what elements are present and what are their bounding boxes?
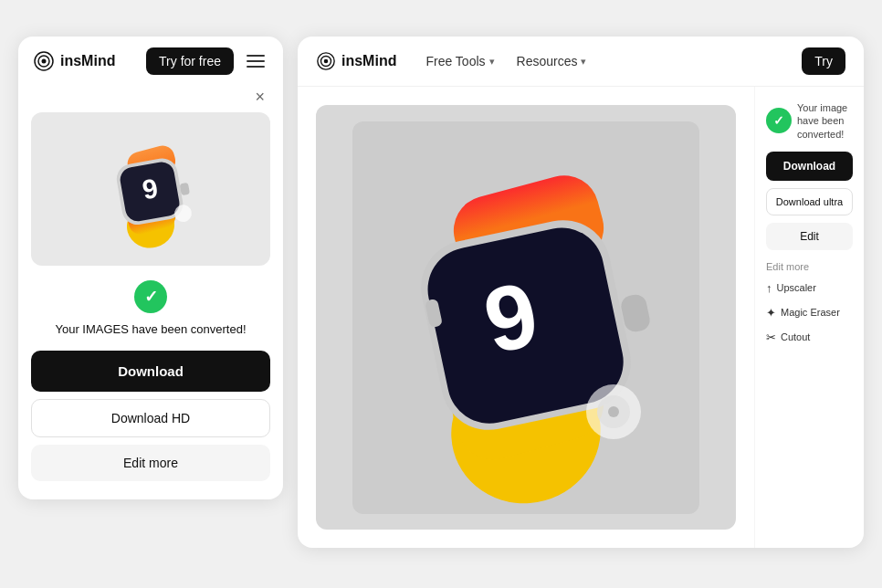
converted-text-right: Your image have been converted! xyxy=(797,101,853,141)
watch-image-small: 9 xyxy=(31,112,270,266)
checkmark-right: ✓ xyxy=(773,113,784,128)
edit-more-label-right: Edit more xyxy=(766,261,853,272)
watch-svg-small: 9 xyxy=(91,125,210,253)
tool-cutout[interactable]: ✂ Cutout xyxy=(766,329,853,346)
try-button-right[interactable]: Try xyxy=(802,47,845,75)
left-panel: insMind Try for free × xyxy=(18,37,283,499)
watch-svg-large: 9 xyxy=(352,121,699,514)
spiral-icon-right xyxy=(316,51,336,71)
right-sidebar: ✓ Your image have been converted! Downlo… xyxy=(754,87,864,548)
logo-text-left: insMind xyxy=(60,53,115,69)
logo-text-right: insMind xyxy=(341,53,396,69)
svg-point-26 xyxy=(608,406,619,417)
success-row-right: ✓ Your image have been converted! xyxy=(766,101,853,141)
left-header: insMind Try for free xyxy=(18,37,283,86)
nav-free-tools[interactable]: Free Tools ▾ xyxy=(424,50,496,72)
download-hd-button[interactable]: Download HD xyxy=(31,399,270,437)
edit-more-button[interactable]: Edit more xyxy=(31,445,270,481)
left-content: × 9 xyxy=(18,86,283,499)
magic-eraser-icon: ✦ xyxy=(766,306,776,320)
upscaler-icon: ↑ xyxy=(766,281,772,295)
right-panel: insMind Free Tools ▾ Resources ▾ Try xyxy=(298,37,864,548)
right-download-ultra-button[interactable]: Download ultra xyxy=(766,188,853,215)
chevron-down-icon-2: ▾ xyxy=(581,56,586,68)
logo-area-left: insMind xyxy=(33,50,115,72)
main-image-area: 9 xyxy=(298,87,754,548)
watch-big-container: 9 xyxy=(316,105,736,530)
magic-eraser-label: Magic Eraser xyxy=(781,307,840,318)
right-download-button[interactable]: Download xyxy=(766,152,853,181)
nav-free-tools-label: Free Tools xyxy=(425,54,485,68)
chevron-down-icon-1: ▾ xyxy=(489,56,495,68)
nav-resources-label: Resources xyxy=(517,54,578,68)
cutout-icon: ✂ xyxy=(766,331,776,344)
checkmark-left: ✓ xyxy=(144,287,158,307)
close-button[interactable]: × xyxy=(249,86,270,109)
tool-magic-eraser[interactable]: ✦ Magic Eraser xyxy=(766,304,853,321)
hamburger-button[interactable] xyxy=(243,51,268,71)
nav-resources[interactable]: Resources ▾ xyxy=(515,50,589,72)
cutout-label: Cutout xyxy=(781,331,810,342)
tool-upscaler[interactable]: ↑ Upscaler xyxy=(766,279,853,297)
right-edit-button[interactable]: Edit xyxy=(766,223,853,250)
upscaler-label: Upscaler xyxy=(777,282,816,293)
hamburger-line-1 xyxy=(247,55,265,57)
svg-point-13 xyxy=(324,59,329,64)
header-actions-left: Try for free xyxy=(146,47,268,75)
svg-point-2 xyxy=(42,59,47,64)
hamburger-line-3 xyxy=(247,66,265,68)
right-body: 9 xyxy=(298,87,864,548)
hamburger-line-2 xyxy=(247,60,265,62)
page-wrapper: insMind Try for free × xyxy=(0,0,882,588)
success-icon-right: ✓ xyxy=(766,108,792,133)
right-header: insMind Free Tools ▾ Resources ▾ Try xyxy=(298,37,864,87)
logo-area-right: insMind xyxy=(316,51,396,71)
try-for-free-button[interactable]: Try for free xyxy=(146,47,234,75)
spiral-icon-left xyxy=(33,50,55,72)
converted-text-left: Your IMAGES have been converted! xyxy=(55,322,246,336)
download-button[interactable]: Download xyxy=(31,351,270,392)
success-icon-left: ✓ xyxy=(134,280,167,313)
close-row: × xyxy=(31,86,270,109)
